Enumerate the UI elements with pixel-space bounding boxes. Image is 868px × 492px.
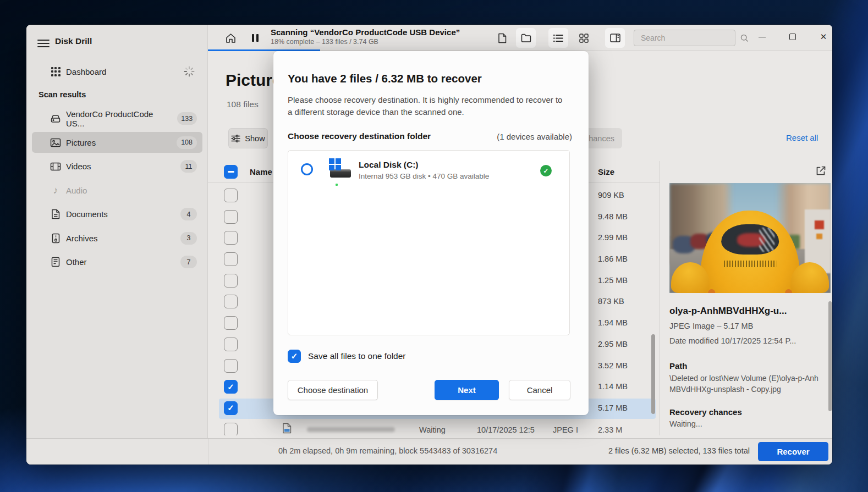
sidebar-item-label: VendorCo ProductCode US... xyxy=(66,109,172,128)
scanning-spinner-icon xyxy=(184,66,195,77)
destination-label: Choose recovery destination folder xyxy=(288,131,431,141)
count-badge: 133 xyxy=(177,112,197,125)
documents-icon xyxy=(50,209,61,220)
beetle-tail-light xyxy=(708,289,715,293)
row-size-cell: 5.17 MB xyxy=(598,403,628,412)
row-checkbox[interactable] xyxy=(224,401,238,415)
partial-chances-cell: Waiting xyxy=(419,425,446,434)
count-badge: 3 xyxy=(180,232,197,245)
sidebar-item[interactable]: VendorCo ProductCode US... 133 xyxy=(32,108,202,129)
sidebar-item[interactable]: Videos 11 xyxy=(32,156,202,177)
scan-title: Scanning “VendorCo ProductCode USB Devic… xyxy=(271,27,460,37)
scan-results-section-label: Scan results xyxy=(39,90,86,99)
dashboard-grid-icon xyxy=(50,66,61,77)
sidebar-item-label: Audio xyxy=(66,186,87,195)
preview-type-size: JPEG Image – 5.17 MB xyxy=(669,322,753,330)
table-row-partial[interactable]: Waiting 10/17/2025 12:5 JPEG I 2.33 M xyxy=(208,419,660,435)
search-input[interactable] xyxy=(641,34,740,42)
disk-drill-window: Disk Drill Dashboard Scan results xyxy=(26,25,832,465)
row-checkbox[interactable] xyxy=(224,252,238,266)
minimize-button[interactable] xyxy=(749,27,774,47)
preview-image[interactable] xyxy=(669,183,831,293)
toolbar: Scanning “VendorCo ProductCode USB Devic… xyxy=(208,25,832,51)
save-to-one-folder-row[interactable]: Save all files to one folder xyxy=(288,350,406,363)
sidebar-item[interactable]: Archives 3 xyxy=(32,228,202,248)
list-view-icon[interactable] xyxy=(548,28,568,48)
count-badge: 108 xyxy=(177,136,197,149)
window-reflection-ladder xyxy=(759,228,774,252)
drive-led xyxy=(336,184,338,186)
count-badge: 11 xyxy=(180,160,197,173)
archives-icon xyxy=(50,233,61,244)
row-checkbox[interactable] xyxy=(224,316,238,330)
filter-sliders-icon xyxy=(231,135,240,142)
beetle-rear-window xyxy=(721,224,779,255)
cancel-button[interactable]: Cancel xyxy=(509,380,570,400)
name-column-header[interactable]: Name xyxy=(250,162,272,182)
reset-all-link[interactable]: Reset all xyxy=(786,133,818,142)
preview-panel-icon[interactable] xyxy=(605,28,625,48)
device-ok-check-icon xyxy=(540,165,552,176)
sidebar-item[interactable]: Pictures 108 xyxy=(32,132,202,153)
row-checkbox[interactable] xyxy=(224,295,238,308)
row-checkbox[interactable] xyxy=(224,380,238,394)
sidebar-item-label: Other xyxy=(66,257,87,267)
sidebar-item-label: Dashboard xyxy=(66,67,106,76)
grid-view-icon[interactable] xyxy=(574,28,594,48)
preview-path-value: \Deleted or lost\New Volume (E)\olya-p-A… xyxy=(669,373,821,395)
row-checkbox[interactable] xyxy=(224,231,238,245)
maximize-button[interactable] xyxy=(780,27,805,47)
row-size-cell: 3.52 MB xyxy=(598,361,628,370)
open-external-icon[interactable] xyxy=(814,163,828,178)
preview-sticker xyxy=(815,220,825,229)
select-all-checkbox[interactable] xyxy=(224,165,238,179)
device-radio[interactable] xyxy=(301,163,313,175)
row-checkbox[interactable] xyxy=(224,359,238,373)
preview-panel-scrollbar[interactable] xyxy=(828,301,832,411)
dialog-body-text: Please choose recovery destination. It i… xyxy=(288,94,565,118)
row-checkbox[interactable] xyxy=(224,338,238,351)
row-size-cell: 2.95 MB xyxy=(598,340,628,349)
hamburger-menu-icon[interactable] xyxy=(34,35,53,52)
sidebar-item[interactable]: Documents 4 xyxy=(32,204,202,225)
row-checkbox[interactable] xyxy=(224,423,238,435)
close-button[interactable]: ✕ xyxy=(811,27,832,47)
recover-dialog: You have 2 files / 6.32 MB to recover Pl… xyxy=(273,51,589,415)
row-size-cell: 1.86 MB xyxy=(598,255,628,263)
sidebar-item-label: Pictures xyxy=(66,138,96,147)
recover-button[interactable]: Recover xyxy=(758,442,828,461)
preview-path-label: Path xyxy=(669,361,688,371)
drive-icon xyxy=(50,113,61,124)
show-filter-button[interactable]: Show xyxy=(228,128,268,148)
status-bar-main: 0h 2m elapsed, 0h 9m remaining, block 55… xyxy=(208,439,832,465)
size-column-header[interactable]: Size xyxy=(598,162,614,182)
choose-destination-button[interactable]: Choose destination xyxy=(288,380,378,400)
next-button[interactable]: Next xyxy=(435,380,499,400)
beetle-vents xyxy=(724,261,776,267)
folder-view-icon[interactable] xyxy=(516,28,536,48)
maximize-icon xyxy=(789,34,796,40)
drive-body xyxy=(330,169,351,178)
partial-type-cell: JPEG I xyxy=(553,425,578,434)
close-icon: ✕ xyxy=(820,32,827,42)
sidebar-item-dashboard[interactable]: Dashboard xyxy=(32,61,202,82)
save-checkbox-label: Save all files to one folder xyxy=(308,351,406,361)
app-title: Disk Drill xyxy=(55,36,92,46)
sidebar-item[interactable]: ♪ Audio xyxy=(32,180,202,201)
file-view-icon[interactable] xyxy=(492,28,512,48)
row-checkbox[interactable] xyxy=(224,210,238,224)
home-icon[interactable] xyxy=(221,28,240,48)
dialog-title: You have 2 files / 6.32 MB to recover xyxy=(288,72,482,85)
file-list-scrollbar[interactable] xyxy=(651,334,655,414)
device-list: Local Disk (C:) Internal 953 GB disk • 4… xyxy=(288,150,570,335)
preview-panel: olya-p-AnhMBVdHHXg-u... JPEG Image – 5.1… xyxy=(660,161,832,438)
sidebar-item-label: Archives xyxy=(66,234,98,243)
save-to-one-folder-checkbox[interactable] xyxy=(288,350,301,363)
row-checkbox[interactable] xyxy=(224,189,238,202)
sidebar-item[interactable]: Other 7 xyxy=(32,252,202,273)
row-checkbox[interactable] xyxy=(224,274,238,288)
pause-scan-icon[interactable] xyxy=(245,28,265,48)
sidebar: Disk Drill Dashboard Scan results xyxy=(26,25,208,438)
preview-chances-label: Recovery chances xyxy=(669,407,742,417)
audio-icon: ♪ xyxy=(50,185,61,196)
